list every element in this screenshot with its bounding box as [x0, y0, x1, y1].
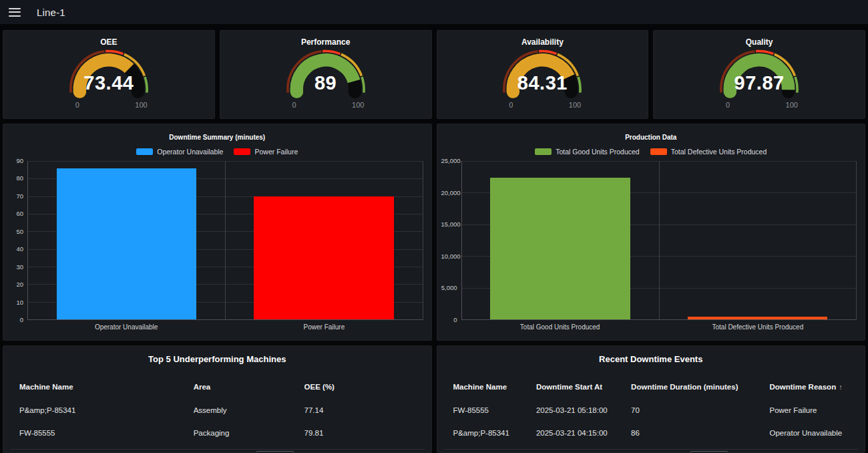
category-divider-line [659, 161, 660, 319]
table-row: P&amp;P-853412025-03-21 04:15:0086Operat… [453, 428, 849, 438]
gauge: 890100 [272, 49, 380, 110]
chart-legend: Total Good Units ProducedTotal Defective… [437, 148, 865, 156]
plot-area [27, 161, 423, 320]
gauge-max-label: 100 [135, 101, 147, 109]
table-footer-divider [444, 449, 859, 450]
y-axis-tick-label: 0 [7, 316, 23, 324]
table-cell: 70 [631, 406, 769, 414]
hamburger-menu-icon[interactable] [9, 8, 21, 17]
y-axis-tick-label: 30 [7, 263, 23, 271]
table-header-cell[interactable]: Area [194, 383, 304, 391]
table-header-row: Machine NameDowntime Start AtDowntime Du… [453, 382, 849, 392]
chart-row: Downtime Summary (minutes)Operator Unava… [3, 124, 865, 341]
gauge-title: Availability [437, 37, 648, 47]
gauge-max-label: 100 [569, 101, 581, 109]
sort-asc-icon: ↑ [839, 383, 843, 391]
table-cell: Power Failure [769, 406, 849, 414]
gauge-value: 89 [272, 71, 380, 94]
x-axis-category-label: Total Good Units Produced [461, 323, 659, 331]
table-row: FW-85555Packaging79.81 [19, 428, 415, 438]
y-axis-tick-label: 20 [7, 281, 23, 289]
legend-label: Operator Unavailable [157, 148, 223, 156]
gauge: 97.870100 [705, 49, 813, 110]
gauge-panel-performance: Performance890100 [220, 30, 432, 119]
legend-label: Total Defective Units Produced [671, 148, 767, 156]
gauge-value: 84.31 [488, 71, 596, 94]
legend-item[interactable]: Operator Unavailable [136, 148, 223, 156]
y-axis-tick-label: 5,000 [441, 284, 457, 292]
table-header-cell[interactable]: OEE (%) [304, 383, 415, 391]
gauge-row: OEE73.440100Performance890100Availabilit… [3, 30, 865, 119]
chart-legend: Operator UnavailablePower Failure [3, 148, 431, 156]
gauge-title: Quality [654, 37, 865, 47]
bar-first [57, 168, 197, 319]
table-header-cell[interactable]: Downtime Duration (minutes) [631, 383, 769, 391]
legend-label: Total Good Units Produced [556, 148, 640, 156]
table-cell: 79.81 [304, 429, 415, 437]
table-row-section: Top 5 Underperforming MachinesMachine Na… [3, 345, 865, 453]
y-axis-tick-label: 10,000 [441, 253, 457, 261]
y-axis-tick-label: 80 [7, 174, 23, 182]
gauge-min-label: 0 [292, 101, 296, 109]
y-axis-tick-label: 25,000 [441, 157, 457, 165]
table-header-cell[interactable]: Machine Name [19, 383, 194, 391]
bar-first [490, 178, 630, 319]
table-header-label: Area [194, 383, 211, 391]
gauge-min-label: 0 [509, 101, 513, 109]
gauge-title: OEE [3, 37, 214, 47]
table-header-label: Machine Name [19, 383, 73, 391]
table-header-label: Downtime Reason [769, 383, 836, 391]
table-cell: FW-85555 [453, 406, 536, 414]
y-axis-tick-label: 50 [7, 228, 23, 236]
table-header-cell[interactable]: Machine Name [453, 383, 536, 391]
table-header-label: Machine Name [453, 383, 507, 391]
y-axis-tick-label: 0 [441, 316, 457, 324]
plot-area-wrap: 05,00010,00015,00020,00025,000Total Good… [441, 161, 857, 320]
gauge-max-label: 100 [352, 101, 364, 109]
table-row: FW-855552025-03-21 05:18:0070Power Failu… [453, 406, 849, 415]
x-axis-category-label: Operator Unavailable [27, 323, 225, 331]
table-cell: Assembly [194, 406, 304, 414]
legend-swatch [136, 148, 153, 155]
gauge-panel-availability: Availability84.310100 [437, 30, 649, 119]
table-footer-divider [10, 449, 425, 450]
y-axis-tick-label: 70 [7, 192, 23, 200]
category-divider-line [225, 161, 226, 319]
legend-label: Power Failure [254, 148, 298, 156]
table-header-cell[interactable]: Downtime Reason↑ [769, 383, 849, 391]
table-header-label: Downtime Start At [536, 383, 602, 391]
x-axis-category-label: Power Failure [225, 323, 423, 331]
y-axis-tick-label: 10 [7, 299, 23, 307]
gauge: 73.440100 [55, 49, 163, 110]
gauge-value: 73.44 [55, 71, 163, 94]
x-axis-labels: Operator UnavailablePower Failure [27, 320, 423, 331]
table-row: P&amp;P-85341Assembly77.14 [19, 406, 415, 415]
table-header-row: Machine NameAreaOEE (%) [19, 382, 415, 392]
legend-item[interactable]: Total Defective Units Produced [650, 148, 767, 156]
legend-item[interactable]: Power Failure [234, 148, 298, 156]
table-title: Recent Downtime Events [437, 354, 865, 364]
table-header-label: OEE (%) [304, 383, 335, 391]
chart-panel-production-data: Production DataTotal Good Units Produced… [437, 124, 866, 341]
y-axis-tick-label: 60 [7, 210, 23, 218]
table-panel-underperforming-machines: Top 5 Underperforming MachinesMachine Na… [3, 345, 432, 453]
table-panel-recent-downtime-events: Recent Downtime EventsMachine NameDownti… [437, 345, 866, 453]
gauge-max-label: 100 [786, 101, 798, 109]
y-axis-tick-label: 15,000 [441, 220, 457, 229]
y-axis-tick-label: 20,000 [441, 189, 457, 197]
legend-item[interactable]: Total Good Units Produced [535, 148, 640, 156]
legend-swatch [234, 148, 250, 155]
x-axis-labels: Total Good Units ProducedTotal Defective… [461, 320, 857, 331]
y-axis-tick-label: 90 [7, 157, 23, 165]
table-cell: 2025-03-21 04:15:00 [536, 429, 631, 437]
plot-area [461, 161, 857, 320]
gauge-min-label: 0 [726, 101, 730, 109]
table-cell: 86 [631, 429, 769, 437]
dashboard-title[interactable]: Line-1 [37, 7, 65, 18]
table-cell: FW-85555 [19, 429, 194, 437]
gauge: 84.310100 [488, 49, 596, 110]
chart-title: Production Data [437, 134, 865, 142]
table-header-cell[interactable]: Downtime Start At [536, 383, 631, 391]
table-cell: Operator Unavailable [769, 429, 849, 437]
chart-title: Downtime Summary (minutes) [3, 134, 431, 142]
